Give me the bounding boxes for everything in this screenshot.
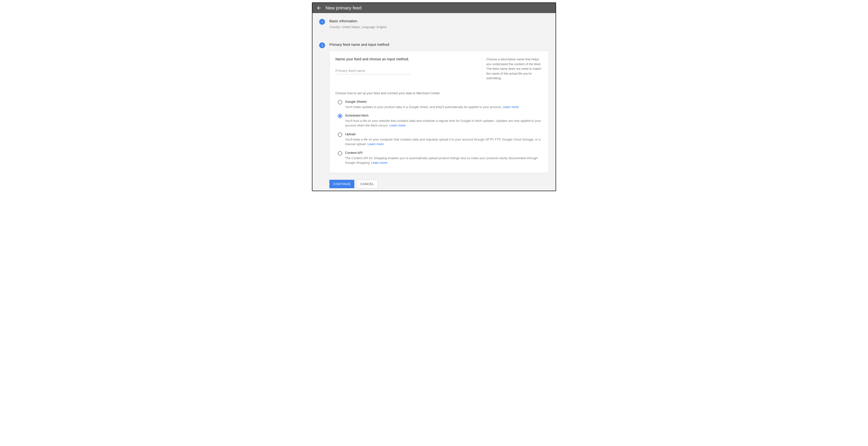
learn-more-link[interactable]: Learn more xyxy=(390,124,405,127)
radio-google-sheets[interactable] xyxy=(338,100,342,105)
dialog-window: New primary feed Basic information Count… xyxy=(312,2,556,191)
form-card: Name your feed and choose an input metho… xyxy=(330,51,549,173)
option-google-sheets[interactable]: Google Sheets You'll make updates to you… xyxy=(335,98,543,112)
step-basic-information: Basic information Country: United States… xyxy=(319,19,549,29)
option-upload[interactable]: Upload You'll keep a file on your comput… xyxy=(335,131,543,149)
step1-title: Basic information xyxy=(330,19,549,23)
option-desc: The Content API for Shopping enables you… xyxy=(345,156,543,165)
continue-button[interactable]: CONTINUE xyxy=(330,180,354,188)
step2-title: Primary feed name and input method xyxy=(330,42,549,47)
radio-content-api[interactable] xyxy=(338,151,342,155)
option-desc: You'll make updates to your product data… xyxy=(345,105,543,110)
input-method-options: Google Sheets You'll make updates to you… xyxy=(335,98,543,168)
form-prompt: Name your feed and choose an input metho… xyxy=(335,57,475,61)
option-title: Google Sheets xyxy=(345,100,543,103)
step-number-icon: 2 xyxy=(319,42,325,48)
dialog-header: New primary feed xyxy=(312,3,556,13)
choose-method-text: Choose how to set up your feed and conne… xyxy=(335,91,543,95)
option-desc: You'll host a file on your website that … xyxy=(345,119,543,128)
action-buttons: CONTINUE CANCEL xyxy=(319,180,549,188)
radio-upload[interactable] xyxy=(338,132,342,137)
back-arrow-icon[interactable] xyxy=(316,5,321,11)
option-scheduled-fetch[interactable]: Scheduled fetch You'll host a file on yo… xyxy=(335,112,543,131)
learn-more-link[interactable]: Learn more xyxy=(503,105,519,109)
learn-more-link[interactable]: Learn more xyxy=(371,161,387,165)
step-connector xyxy=(322,25,322,35)
option-desc: You'll keep a file on your computer that… xyxy=(345,137,543,147)
option-title: Content API xyxy=(345,151,543,154)
learn-more-link[interactable]: Learn more xyxy=(368,142,383,146)
help-text: Choose a descriptive name that helps you… xyxy=(482,57,543,84)
radio-scheduled-fetch[interactable] xyxy=(338,114,342,118)
cancel-button[interactable]: CANCEL xyxy=(357,180,378,188)
dialog-title: New primary feed xyxy=(326,5,362,11)
feed-name-input[interactable] xyxy=(335,68,410,75)
stepper: Basic information Country: United States… xyxy=(319,19,549,173)
option-title: Upload xyxy=(345,132,543,136)
step-feed-name: 2 Primary feed name and input method Nam… xyxy=(319,42,549,173)
dialog-body: Basic information Country: United States… xyxy=(312,13,556,191)
check-icon xyxy=(319,19,325,25)
step1-subtitle: Country: United States; Language: Englis… xyxy=(330,25,549,29)
option-title: Scheduled fetch xyxy=(345,114,543,117)
option-content-api[interactable]: Content API The Content API for Shopping… xyxy=(335,149,543,168)
